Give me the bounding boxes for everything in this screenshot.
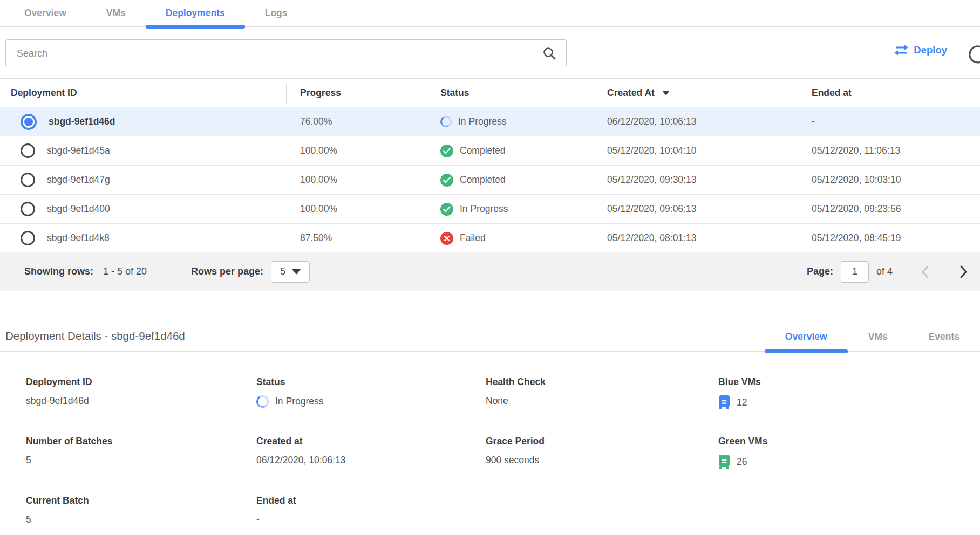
- field-value: sbgd-9ef1d46d: [26, 395, 256, 407]
- rows-per-page-select[interactable]: 5: [271, 261, 310, 283]
- column-header-ended-at[interactable]: Ended at: [798, 79, 980, 107]
- sort-desc-icon: [662, 91, 670, 95]
- field-value: In Progress: [275, 396, 323, 407]
- details-tab-vms[interactable]: VMs: [848, 322, 908, 351]
- refresh-icon[interactable]: [966, 43, 980, 65]
- status-label: In Progress: [458, 116, 506, 127]
- created-at-value: 05/12/2020, 09:06:13: [594, 203, 798, 215]
- field-ended-at: Ended at -: [256, 495, 486, 535]
- ended-at-value: 05/12/2020, 11:06:13: [798, 145, 980, 156]
- in-progress-spinner-icon: [439, 115, 453, 129]
- deployment-id: sbgd-9ef1d45a: [47, 145, 110, 156]
- field-health-check: Health Check None: [486, 376, 718, 436]
- tab-logs[interactable]: Logs: [245, 0, 308, 26]
- details-tab-events[interactable]: Events: [908, 322, 980, 351]
- row-radio[interactable]: [21, 231, 35, 245]
- field-value: 06/12/2020, 10:06:13: [256, 455, 486, 466]
- field-current-batch: Current Batch 5: [26, 495, 256, 535]
- table-row[interactable]: sbgd-9ef1d4k8 87.50% Failed 05/12/2020, …: [0, 223, 980, 252]
- created-at-value: 06/12/2020, 10:06:13: [594, 116, 798, 127]
- created-at-value: 05/12/2020, 08:01:13: [594, 232, 798, 244]
- ended-at-value: -: [798, 116, 980, 127]
- tab-overview[interactable]: Overview: [4, 0, 86, 26]
- completed-check-icon: [440, 174, 453, 187]
- column-header-status[interactable]: Status: [428, 79, 594, 107]
- column-header-deployment-id[interactable]: Deployment ID: [0, 79, 286, 107]
- field-label: Blue VMs: [718, 376, 980, 388]
- deploy-button[interactable]: Deploy: [894, 44, 947, 57]
- completed-check-icon: [440, 203, 453, 216]
- row-radio[interactable]: [21, 202, 35, 216]
- table-row[interactable]: sbgd-9ef1d47g 100.00% Completed 05/12/20…: [0, 165, 980, 194]
- progress-value: 100.00%: [286, 174, 428, 186]
- field-label: Ended at: [256, 495, 486, 506]
- deployment-id: sbgd-9ef1d46d: [49, 116, 115, 127]
- table-header-row: Deployment ID Progress Status Created At…: [0, 79, 980, 107]
- progress-value: 76.00%: [286, 116, 428, 127]
- vm-blue-icon: [718, 395, 730, 410]
- swap-arrows-icon: [894, 44, 909, 57]
- table-row[interactable]: sbgd-9ef1d45a 100.00% Completed 05/12/20…: [0, 136, 980, 165]
- page-label: Page:: [807, 266, 833, 277]
- details-tab-overview[interactable]: Overview: [765, 322, 848, 351]
- progress-value: 100.00%: [286, 203, 428, 215]
- row-radio-selected[interactable]: [21, 114, 37, 130]
- completed-check-icon: [440, 145, 453, 157]
- column-header-progress[interactable]: Progress: [286, 79, 428, 107]
- in-progress-spinner-icon: [255, 394, 270, 409]
- previous-page-button[interactable]: [921, 265, 929, 279]
- table-row[interactable]: sbgd-9ef1d46d 76.00% In Progress 06/12/2…: [0, 107, 980, 136]
- chevron-down-icon: [292, 269, 301, 275]
- status-label: Failed: [460, 232, 486, 244]
- details-tab-bar: Overview VMs Events: [765, 322, 980, 351]
- ended-at-value: 05/12/2020, 08:45:19: [798, 232, 980, 244]
- details-grid: Deployment ID sbgd-9ef1d46d Status In Pr…: [0, 352, 980, 535]
- search-box: [5, 39, 567, 67]
- field-label: Health Check: [486, 376, 718, 388]
- status-label: In Progress: [460, 203, 508, 215]
- field-number-of-batches: Number of Batches 5: [26, 436, 256, 495]
- field-label: Current Batch: [26, 495, 256, 506]
- next-page-button[interactable]: [959, 265, 968, 279]
- showing-rows-label: Showing rows:: [24, 266, 93, 277]
- field-label: Number of Batches: [26, 436, 256, 447]
- details-title: Deployment Details - sbgd-9ef1d46d: [5, 330, 185, 351]
- ended-at-value: 05/12/2020, 10:03:10: [798, 174, 980, 186]
- field-value: -: [256, 514, 486, 525]
- rows-per-page-label: Rows per page:: [191, 266, 263, 277]
- page-of-label: of 4: [876, 266, 893, 277]
- field-value: 12: [737, 397, 747, 408]
- search-icon: [542, 46, 556, 60]
- progress-value: 100.00%: [286, 145, 428, 156]
- deployment-id: sbgd-9ef1d400: [47, 203, 110, 215]
- tab-vms[interactable]: VMs: [86, 0, 146, 26]
- field-label: Green VMs: [718, 436, 980, 447]
- created-at-value: 05/12/2020, 09:30:13: [594, 174, 798, 186]
- tab-deployments[interactable]: Deployments: [146, 0, 245, 26]
- progress-value: 87.50%: [286, 232, 428, 244]
- field-grace-period: Grace Period 900 seconds: [486, 436, 718, 495]
- failed-x-icon: [440, 232, 453, 245]
- field-value: None: [486, 395, 718, 407]
- top-tab-bar: Overview VMs Deployments Logs: [0, 0, 980, 27]
- vm-green-icon: [718, 455, 730, 469]
- row-radio[interactable]: [21, 143, 35, 158]
- search-input[interactable]: [6, 48, 542, 59]
- field-created-at: Created at 06/12/2020, 10:06:13: [256, 436, 486, 495]
- table-footer: Showing rows: 1 - 5 of 20 Rows per page:…: [0, 252, 980, 291]
- status-label: Completed: [460, 174, 506, 186]
- created-at-value: 05/12/2020, 10:04:10: [594, 145, 798, 156]
- field-label: Created at: [256, 436, 486, 447]
- table-row[interactable]: sbgd-9ef1d400 100.00% In Progress 05/12/…: [0, 194, 980, 223]
- page-number-input[interactable]: [841, 261, 869, 283]
- rows-per-page-value: 5: [280, 266, 285, 277]
- field-blue-vms: Blue VMs 12: [718, 376, 980, 436]
- deployments-table: Deployment ID Progress Status Created At…: [0, 78, 980, 291]
- toolbar: Deploy: [0, 39, 980, 67]
- field-value: 5: [26, 514, 256, 525]
- row-radio[interactable]: [21, 173, 35, 187]
- column-header-created-at[interactable]: Created At: [594, 79, 798, 107]
- field-value: 26: [737, 456, 747, 468]
- details-header: Deployment Details - sbgd-9ef1d46d Overv…: [0, 291, 980, 352]
- field-green-vms: Green VMs 26: [718, 436, 980, 495]
